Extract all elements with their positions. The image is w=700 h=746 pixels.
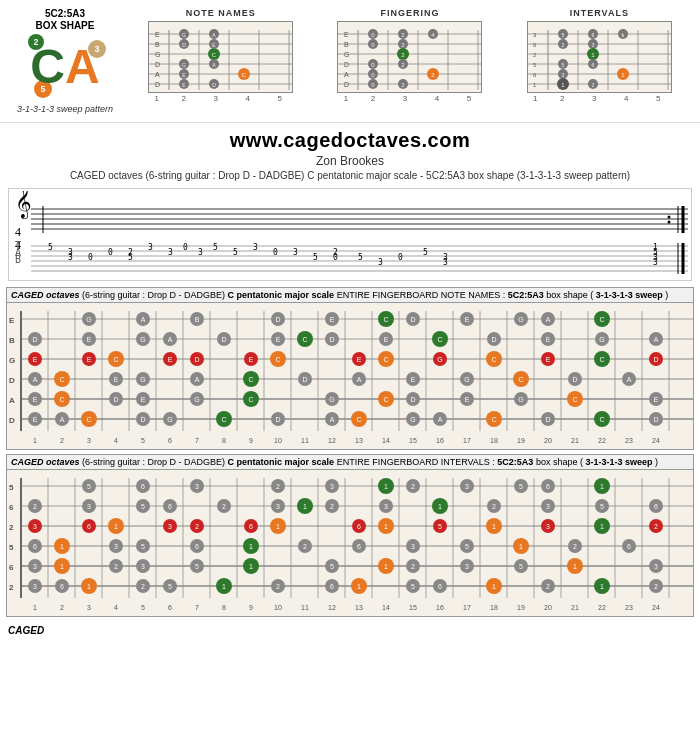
sweep-pattern-label: 3-1-3-1-3 sweep pattern <box>17 104 113 114</box>
svg-text:E: E <box>114 376 119 383</box>
fingering-fret-numbers: 1 2 3 4 5 <box>336 94 484 103</box>
svg-text:1: 1 <box>249 563 253 570</box>
fb1-header-bold2: 5C2:5A3 <box>508 290 544 300</box>
svg-text:6: 6 <box>249 523 253 530</box>
svg-text:1: 1 <box>384 563 388 570</box>
svg-text:3: 3 <box>168 523 172 530</box>
svg-text:11: 11 <box>301 604 309 611</box>
svg-text:6: 6 <box>654 503 658 510</box>
fb2-header-3: box shape ( <box>536 457 583 467</box>
svg-text:5: 5 <box>519 483 523 490</box>
svg-text:5: 5 <box>87 483 91 490</box>
svg-text:2: 2 <box>276 483 280 490</box>
svg-text:10: 10 <box>274 437 282 444</box>
fb1-header-bold3: 3-1-3-1-3 sweep <box>596 290 663 300</box>
svg-text:1: 1 <box>60 543 64 550</box>
svg-text:B: B <box>9 336 15 345</box>
svg-text:D: D <box>32 336 37 343</box>
svg-text:D: D <box>9 416 15 425</box>
svg-text:2: 2 <box>141 583 145 590</box>
fb1-header-2: ENTIRE FINGERBOARD NOTE NAMES : <box>337 290 508 300</box>
fb1-header-italic: CAGED octaves <box>11 290 80 300</box>
svg-text:6: 6 <box>141 483 145 490</box>
svg-text:3: 3 <box>33 523 37 530</box>
svg-text:2: 2 <box>222 503 226 510</box>
svg-text:3: 3 <box>546 523 550 530</box>
fb1-header-1: (6-string guitar : Drop D - DADGBE) <box>82 290 228 300</box>
caged-bottom-label: CAGED <box>0 623 700 640</box>
fb2-header-4: ) <box>655 457 658 467</box>
site-url: www.cagedoctaves.com <box>10 129 690 152</box>
svg-text:D: D <box>410 396 415 403</box>
svg-text:5: 5 <box>141 503 145 510</box>
svg-text:3: 3 <box>114 543 118 550</box>
svg-text:D: D <box>9 376 15 385</box>
svg-text:5: 5 <box>330 563 334 570</box>
svg-text:6: 6 <box>168 604 172 611</box>
svg-text:12: 12 <box>328 437 336 444</box>
svg-point-169 <box>668 221 671 224</box>
svg-text:1: 1 <box>276 523 280 530</box>
svg-text:18: 18 <box>490 437 498 444</box>
svg-text:3: 3 <box>87 437 91 444</box>
svg-text:0: 0 <box>273 248 278 257</box>
svg-text:6: 6 <box>357 523 361 530</box>
svg-text:G: G <box>599 336 604 343</box>
svg-text:2: 2 <box>276 583 280 590</box>
svg-text:E: E <box>155 31 160 38</box>
svg-text:2: 2 <box>411 483 415 490</box>
svg-text:C: C <box>599 316 604 323</box>
svg-text:3: 3 <box>141 563 145 570</box>
fingerboard2-container: CAGED octaves (6-string guitar : Drop D … <box>6 454 694 617</box>
svg-text:1: 1 <box>573 563 577 570</box>
svg-text:D: D <box>212 82 216 88</box>
fb2-header-bold2: 5C2:5A3 <box>497 457 533 467</box>
svg-text:6: 6 <box>9 563 14 572</box>
svg-text:5: 5 <box>358 253 363 262</box>
svg-text:22: 22 <box>598 604 606 611</box>
svg-text:2: 2 <box>9 523 14 532</box>
svg-text:A: A <box>9 396 15 405</box>
svg-text:E: E <box>9 316 15 325</box>
svg-text:C: C <box>248 376 253 383</box>
svg-text:D: D <box>344 81 349 88</box>
svg-text:1: 1 <box>600 483 604 490</box>
fb1-header-bold: C pentatonic major scale <box>228 290 335 300</box>
sheet-music-svg: 𝄞 4 4 T A B 5 3 3 0 0 2 5 3 3 <box>13 191 693 276</box>
diagram-intervals-title: INTERVALS <box>570 8 629 18</box>
svg-text:2: 2 <box>561 42 564 48</box>
svg-text:5: 5 <box>141 604 145 611</box>
svg-text:D: D <box>155 81 160 88</box>
svg-text:B: B <box>15 254 21 265</box>
svg-text:D: D <box>182 42 186 48</box>
svg-text:5: 5 <box>9 483 14 492</box>
svg-text:8: 8 <box>222 604 226 611</box>
svg-text:20: 20 <box>544 604 552 611</box>
caged-logo-area: 5C2:5A3 BOX SHAPE 2 C A 5 3 3-1-3-1-3 sw… <box>10 8 120 114</box>
svg-text:0: 0 <box>333 253 338 262</box>
svg-text:3: 3 <box>253 243 258 252</box>
svg-text:20: 20 <box>544 437 552 444</box>
svg-text:B: B <box>155 41 160 48</box>
svg-text:0: 0 <box>398 253 403 262</box>
svg-text:3: 3 <box>378 258 383 267</box>
svg-text:G: G <box>140 336 145 343</box>
svg-text:1: 1 <box>492 583 496 590</box>
svg-text:3: 3 <box>465 563 469 570</box>
svg-text:E: E <box>33 416 38 423</box>
svg-text:18: 18 <box>490 604 498 611</box>
svg-text:13: 13 <box>355 604 363 611</box>
intervals-svg: 3 6 2 5 6 1 5 6 b 2 3 1 5 <box>527 21 672 93</box>
svg-text:A: A <box>357 376 362 383</box>
svg-text:2: 2 <box>411 563 415 570</box>
svg-text:C: C <box>59 376 64 383</box>
svg-text:5: 5 <box>195 563 199 570</box>
svg-text:3: 3 <box>87 503 91 510</box>
svg-text:5: 5 <box>465 543 469 550</box>
svg-text:1: 1 <box>384 523 388 530</box>
svg-text:24: 24 <box>652 604 660 611</box>
svg-text:3: 3 <box>591 42 594 48</box>
svg-text:3: 3 <box>533 32 537 38</box>
svg-text:1: 1 <box>222 583 226 590</box>
svg-text:E: E <box>546 336 551 343</box>
